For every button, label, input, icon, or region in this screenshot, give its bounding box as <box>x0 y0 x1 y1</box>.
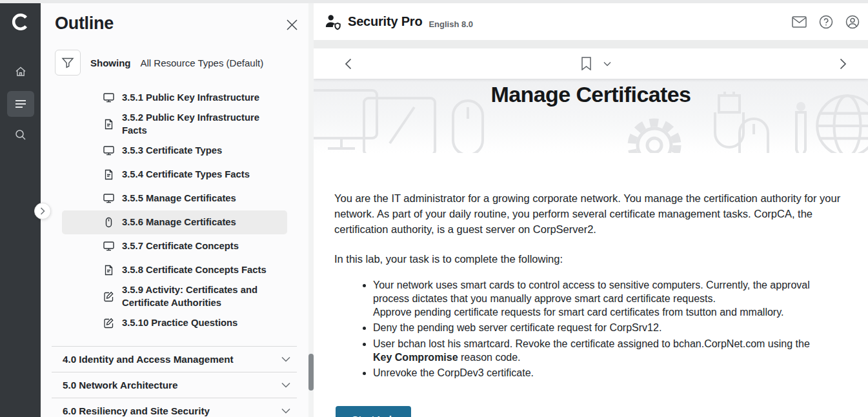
bookmark-icon <box>581 57 592 70</box>
task-intro-paragraph: In this lab, your task is to complete th… <box>334 252 842 267</box>
chevron-right-icon <box>40 207 45 215</box>
rail-outline-button[interactable] <box>7 91 34 117</box>
chevron-left-icon <box>345 58 352 70</box>
chevron-right-icon <box>840 58 847 70</box>
main-area: Security Pro English 8.0 <box>314 3 868 417</box>
filter-button[interactable] <box>55 50 81 76</box>
bookmark-menu-button[interactable] <box>603 61 611 66</box>
app-header: Security Pro English 8.0 <box>314 3 868 40</box>
showing-label: Showing <box>90 57 131 68</box>
document-icon <box>103 169 114 180</box>
app-window: Outline Showing All Resource Types (Defa… <box>0 0 868 417</box>
section-6-0[interactable]: 6.0 Resiliency and Site Security <box>52 398 297 417</box>
lesson-navbar <box>314 48 868 79</box>
task-item-4: Unrevoke the CorpDev3 certificate. <box>373 366 822 380</box>
outline-scrollbar-thumb[interactable] <box>308 354 314 391</box>
panel-title: Outline <box>55 14 114 34</box>
account-button[interactable] <box>845 15 860 29</box>
outline-item-3-5-3[interactable]: 3.5.3 Certificate Types <box>62 139 287 163</box>
video-icon <box>103 193 114 204</box>
outline-menu-icon <box>15 99 26 108</box>
document-icon <box>103 265 114 276</box>
watermark-gear-icon <box>622 110 687 153</box>
close-icon <box>286 19 298 31</box>
outline-scrollbar-track <box>308 3 314 417</box>
question-circle-icon <box>819 15 833 29</box>
start-lab-button[interactable]: Start Lab <box>336 406 411 417</box>
close-outline-button[interactable] <box>286 19 298 33</box>
watermark-mouse-cable-icon <box>734 116 773 153</box>
task-list: Your network uses smart cards to control… <box>334 278 822 380</box>
lesson-content: You are the IT administrator for a growi… <box>314 153 868 417</box>
lab-mouse-icon <box>103 217 114 228</box>
security-pro-logo-icon <box>324 13 341 30</box>
header-icons <box>792 15 860 29</box>
panel-collapse-handle[interactable] <box>34 203 51 219</box>
chevron-down-icon <box>281 356 290 362</box>
product-title: Security Pro <box>348 14 422 29</box>
header-divider-strip <box>314 40 868 48</box>
caret-down-icon <box>603 61 611 66</box>
rail-search-button[interactable] <box>7 122 34 148</box>
outline-item-3-5-6-selected[interactable]: 3.5.6 Manage Certificates <box>62 210 287 234</box>
bookmark-group <box>581 57 611 70</box>
product-edition: English 8.0 <box>429 19 473 29</box>
outline-item-3-5-10[interactable]: 3.5.10 Practice Questions <box>62 311 287 335</box>
filter-row: Showing All Resource Types (Default) <box>55 50 314 76</box>
outline-item-3-5-7[interactable]: 3.5.7 Certificate Concepts <box>62 234 287 258</box>
previous-lesson-button[interactable] <box>345 58 352 70</box>
funnel-icon <box>61 56 74 69</box>
filter-value: All Resource Types (Default) <box>141 57 264 68</box>
home-icon <box>14 65 27 78</box>
outline-panel-header: Outline <box>41 3 314 34</box>
lesson-title: Manage Certificates <box>314 82 868 107</box>
envelope-icon <box>792 16 807 28</box>
c-logo-icon <box>11 12 30 32</box>
outline-item-3-5-2[interactable]: 3.5.2 Public Key Infrastructure Facts <box>62 110 287 139</box>
brand-logo[interactable] <box>11 12 30 32</box>
chevron-down-icon <box>281 382 290 388</box>
document-icon <box>103 119 114 130</box>
watermark-pen-icon <box>792 101 809 153</box>
search-icon <box>14 128 27 141</box>
chevron-down-icon <box>281 408 290 414</box>
outline-item-3-5-5[interactable]: 3.5.5 Manage Certificates <box>62 187 287 210</box>
outline-sections: 4.0 Identity and Access Management 5.0 N… <box>41 346 314 417</box>
scenario-paragraph: You are the IT administrator for a growi… <box>334 191 842 238</box>
section-5-0[interactable]: 5.0 Network Architecture <box>52 372 297 398</box>
video-icon <box>103 241 114 252</box>
activity-pencil-icon <box>103 291 114 302</box>
lesson-hero-banner: Manage Certificates <box>314 79 868 153</box>
task-item-3: User bchan lost his smartcard. Revoke th… <box>373 337 822 365</box>
video-icon <box>103 145 114 156</box>
task-item-1: Your network uses smart cards to control… <box>373 278 822 320</box>
section-4-0[interactable]: 4.0 Identity and Access Management <box>52 346 297 372</box>
outline-item-3-5-8[interactable]: 3.5.8 Certificate Concepts Facts <box>62 258 287 282</box>
next-lesson-button[interactable] <box>840 58 847 70</box>
person-circle-icon <box>845 15 860 29</box>
task-item-2: Deny the pending web server certificate … <box>373 321 822 334</box>
outline-item-3-5-1[interactable]: 3.5.1 Public Key Infrastructure <box>62 86 287 110</box>
bookmark-button[interactable] <box>581 57 592 70</box>
help-button[interactable] <box>819 15 833 29</box>
video-icon <box>103 92 114 103</box>
outline-item-3-5-4[interactable]: 3.5.4 Certificate Types Facts <box>62 163 287 187</box>
outline-panel: Outline Showing All Resource Types (Defa… <box>41 3 314 417</box>
rail-home-button[interactable] <box>7 59 34 85</box>
outline-item-3-5-9[interactable]: 3.5.9 Activity: Certificates and Certifi… <box>62 282 287 311</box>
messages-button[interactable] <box>792 16 807 28</box>
activity-pencil-icon <box>103 318 114 329</box>
outline-item-list: 3.5.1 Public Key Infrastructure 3.5.2 Pu… <box>41 86 314 335</box>
